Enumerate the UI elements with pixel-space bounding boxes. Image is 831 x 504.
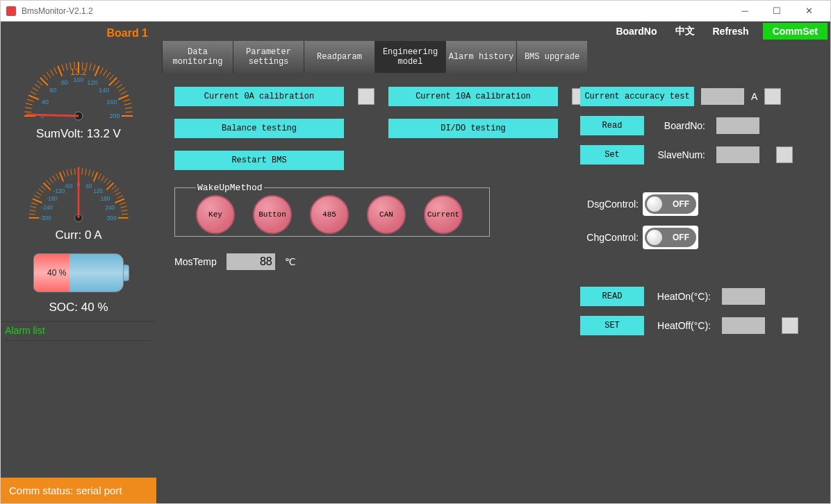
svg-line-39 bbox=[126, 112, 133, 112]
current-gauge: -300-240-180-120-60060120180240300 bbox=[6, 148, 151, 224]
svg-line-24 bbox=[93, 65, 95, 72]
svg-line-27 bbox=[104, 69, 107, 76]
svg-line-36 bbox=[124, 99, 131, 101]
topbar-refresh[interactable]: Refresh bbox=[709, 23, 753, 40]
slavenum-input[interactable] bbox=[716, 146, 759, 163]
topbar-boardno[interactable]: BoardNo bbox=[611, 23, 661, 40]
svg-text:-180: -180 bbox=[46, 196, 58, 202]
svg-line-56 bbox=[31, 203, 38, 205]
svg-line-51 bbox=[26, 115, 79, 116]
chgcontrol-label: ChgControl: bbox=[580, 232, 639, 243]
app-icon bbox=[6, 6, 16, 16]
current-0a-checkbox[interactable] bbox=[358, 88, 375, 105]
svg-line-60 bbox=[38, 189, 43, 192]
svg-line-69 bbox=[67, 169, 68, 176]
svg-line-37 bbox=[124, 103, 131, 105]
accuracy-value-input[interactable] bbox=[701, 88, 744, 105]
tab-3[interactable]: Engineering model bbox=[375, 41, 445, 73]
svg-line-32 bbox=[117, 84, 122, 88]
svg-line-8 bbox=[35, 84, 40, 88]
svg-text:-240: -240 bbox=[41, 205, 53, 211]
svg-line-89 bbox=[121, 206, 127, 208]
dsgcontrol-toggle[interactable]: OFF bbox=[643, 192, 698, 216]
svg-line-85 bbox=[115, 192, 121, 195]
wake-current-button[interactable]: Current bbox=[424, 195, 463, 234]
svg-line-1 bbox=[24, 112, 31, 112]
svg-text:40: 40 bbox=[42, 99, 49, 106]
svg-text:200: 200 bbox=[109, 112, 120, 119]
heaton-label: HeatOn(°C): bbox=[655, 291, 711, 302]
sumvolt-label: SumVolt: 13.2 V bbox=[1, 127, 156, 141]
balance-testing-button[interactable]: Balance testing bbox=[174, 119, 344, 138]
wake-485-button[interactable]: 485 bbox=[310, 195, 349, 234]
svg-line-7 bbox=[32, 87, 38, 91]
board-label: Board 1 bbox=[1, 22, 156, 40]
svg-line-33 bbox=[119, 87, 125, 91]
svg-line-4 bbox=[27, 99, 34, 101]
heatoff-input[interactable] bbox=[722, 317, 765, 334]
svg-text:140: 140 bbox=[99, 87, 109, 94]
topbar-lang[interactable]: 中文 bbox=[671, 22, 699, 40]
tab-0[interactable]: Data monitoring bbox=[162, 41, 233, 73]
svg-line-81 bbox=[106, 180, 110, 185]
topbar-commset[interactable]: CommSet bbox=[763, 23, 828, 40]
wake-button-button[interactable]: Button bbox=[253, 195, 292, 234]
window-title: BmsMonitor-V2.1.2 bbox=[22, 6, 729, 16]
close-button[interactable]: ✕ bbox=[793, 1, 825, 22]
unit-a: A bbox=[751, 91, 757, 102]
chgcontrol-toggle[interactable]: OFF bbox=[643, 226, 698, 249]
maximize-button[interactable]: ☐ bbox=[761, 1, 793, 22]
current-10a-button[interactable]: Current 10A calibration bbox=[388, 87, 558, 106]
current-label: Curr: 0 A bbox=[1, 228, 156, 242]
accuracy-test-button[interactable]: Current accuracy test bbox=[580, 87, 694, 106]
boardno-input[interactable] bbox=[716, 117, 759, 134]
heat-set-button[interactable]: SET bbox=[580, 316, 644, 335]
battery-indicator: 40 % bbox=[33, 253, 124, 292]
dido-testing-button[interactable]: DI/DO testing bbox=[388, 119, 558, 138]
svg-line-29 bbox=[109, 75, 113, 81]
dsgcontrol-label: DsgControl: bbox=[580, 199, 639, 210]
svg-text:120: 120 bbox=[93, 188, 103, 194]
svg-line-61 bbox=[41, 185, 46, 190]
tab-5[interactable]: BMS upgrade bbox=[516, 41, 587, 73]
read-button[interactable]: Read bbox=[580, 116, 644, 135]
titlebar: BmsMonitor-V2.1.2 ─ ☐ ✕ bbox=[1, 1, 830, 22]
sidebar: Board 1 0406080100120140160200 13.2 SumV… bbox=[1, 22, 156, 503]
svg-line-26 bbox=[100, 68, 104, 74]
wake-can-button[interactable]: CAN bbox=[367, 195, 406, 234]
soc-label: SOC: 40 % bbox=[1, 301, 156, 314]
svg-line-23 bbox=[90, 63, 91, 70]
comm-status: Comm status: serial port bbox=[1, 478, 156, 503]
svg-line-80 bbox=[104, 178, 108, 183]
tab-4[interactable]: Alarm history bbox=[445, 41, 516, 73]
tab-2[interactable]: Readparam bbox=[304, 41, 375, 73]
heaton-input[interactable] bbox=[722, 288, 765, 305]
svg-text:-120: -120 bbox=[54, 188, 65, 194]
tab-1[interactable]: Parameter settings bbox=[233, 41, 304, 73]
minimize-button[interactable]: ─ bbox=[729, 1, 761, 22]
alarm-list[interactable] bbox=[3, 340, 154, 476]
accuracy-checkbox[interactable] bbox=[764, 88, 781, 105]
svg-line-91 bbox=[122, 214, 128, 215]
svg-line-63 bbox=[47, 180, 51, 185]
current-0a-button[interactable]: Current 0A calibration bbox=[174, 87, 344, 106]
svg-text:240: 240 bbox=[105, 205, 115, 211]
set-button[interactable]: Set bbox=[580, 145, 644, 165]
slavenum-checkbox[interactable] bbox=[776, 146, 793, 163]
svg-line-13 bbox=[50, 69, 54, 76]
svg-line-55 bbox=[30, 206, 36, 208]
svg-line-79 bbox=[101, 176, 105, 181]
restart-bms-button[interactable]: Restart BMS bbox=[174, 151, 344, 170]
engineering-panel: Current 0A calibration Current 10A calib… bbox=[156, 73, 830, 503]
svg-line-57 bbox=[33, 199, 42, 203]
wakeup-method-group: WakeUpMethod KeyButton485CANCurrent bbox=[174, 183, 490, 237]
heat-read-button[interactable]: READ bbox=[580, 287, 644, 306]
wake-key-button[interactable]: Key bbox=[196, 195, 235, 234]
svg-line-6 bbox=[31, 92, 37, 95]
heat-checkbox[interactable] bbox=[782, 317, 798, 334]
svg-text:60: 60 bbox=[49, 87, 56, 94]
mostemp-unit: ℃ bbox=[285, 256, 296, 267]
svg-line-74 bbox=[85, 169, 86, 175]
svg-text:-300: -300 bbox=[40, 215, 51, 221]
svg-line-31 bbox=[115, 81, 120, 85]
